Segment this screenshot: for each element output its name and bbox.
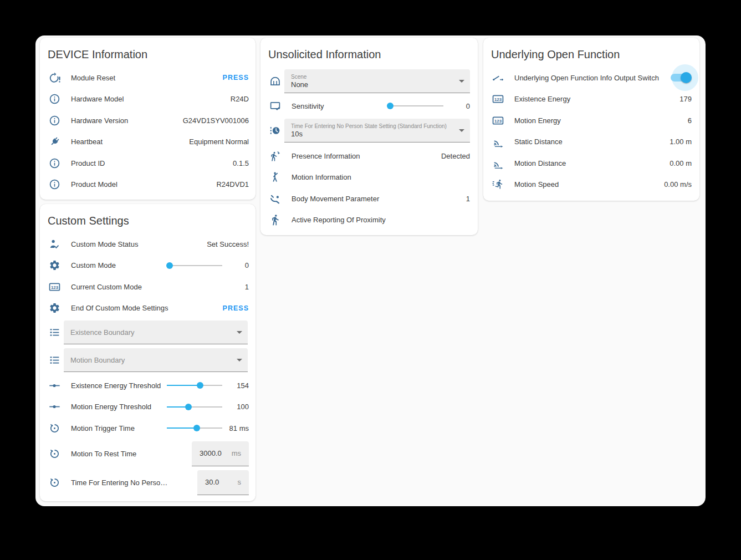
page-title: Unsolicited Information bbox=[260, 38, 478, 62]
row-value: 179 bbox=[679, 95, 692, 103]
existence-boundary-select[interactable]: Existence Boundary bbox=[64, 320, 248, 344]
row-label: Custom Mode bbox=[71, 261, 167, 269]
row-label: Motion Energy Threshold bbox=[71, 403, 167, 411]
slider-thumb[interactable] bbox=[185, 404, 192, 410]
page-title: Underlying Open Function bbox=[483, 38, 699, 62]
row-label: Product ID bbox=[71, 159, 233, 167]
row-value: 6 bbox=[688, 116, 692, 125]
row-value: R24D bbox=[231, 95, 249, 103]
row-label: Custom Mode Status bbox=[71, 240, 207, 248]
row-info-output-switch: Underlying Open Function Info Output Swi… bbox=[483, 67, 699, 89]
end-of-custom-mode-press-button[interactable]: PRESS bbox=[223, 304, 249, 312]
row-label: Static Distance bbox=[514, 138, 670, 146]
row-label: Hardware Version bbox=[71, 116, 183, 125]
chevron-down-icon bbox=[459, 80, 464, 83]
row-motion-trigger-time: Motion Trigger Time 81 ms bbox=[40, 418, 255, 439]
module-reset-press-button[interactable]: PRESS bbox=[223, 74, 249, 82]
plug-icon bbox=[49, 136, 60, 147]
page-title: Custom Settings bbox=[40, 204, 255, 228]
row-label: Motion Trigger Time bbox=[71, 424, 167, 432]
signal-distance-icon bbox=[492, 136, 504, 147]
info-output-switch-toggle[interactable] bbox=[670, 72, 692, 83]
input-value[interactable]: 3000.0 bbox=[200, 449, 222, 457]
row-label: Time For Entering No Perso… bbox=[71, 478, 197, 487]
select-label: Motion Boundary bbox=[70, 356, 232, 364]
slider-thumb[interactable] bbox=[197, 382, 203, 389]
slider-thumb[interactable] bbox=[193, 425, 200, 431]
row-presence-information: Presence Information Detected bbox=[260, 145, 478, 167]
clock-dashed-icon bbox=[269, 125, 281, 136]
underlying-open-function-card: Underlying Open Function Underlying Open… bbox=[483, 38, 699, 201]
motion-boundary-select[interactable]: Motion Boundary bbox=[64, 348, 248, 372]
scene-arch-icon bbox=[269, 75, 281, 87]
numbers-pin-icon bbox=[492, 115, 504, 126]
gear-icon bbox=[49, 302, 60, 314]
motion-to-rest-time-input[interactable]: 3000.0 ms bbox=[192, 441, 249, 466]
row-label: End Of Custom Mode Settings bbox=[71, 304, 223, 312]
chevron-down-icon bbox=[459, 129, 464, 132]
row-label: Current Custom Mode bbox=[71, 283, 245, 291]
row-motion-distance: Motion Distance 0.00 m bbox=[483, 152, 699, 174]
row-value: Equipment Normal bbox=[189, 138, 249, 146]
row-label: Module Reset bbox=[71, 74, 223, 82]
existence-energy-threshold-slider[interactable] bbox=[167, 380, 222, 391]
sensitivity-slider[interactable] bbox=[388, 100, 443, 111]
motion-energy-threshold-slider[interactable] bbox=[167, 401, 222, 413]
select-label: Existence Boundary bbox=[70, 328, 232, 337]
row-value: Set Success! bbox=[207, 240, 249, 248]
row-value: 0 bbox=[443, 102, 470, 110]
row-time-for-entering-no-person: Time For Entering No Perso… 30.0 s bbox=[40, 469, 255, 497]
input-unit: ms bbox=[232, 449, 241, 457]
row-existence-energy-threshold: Existence Energy Threshold 154 bbox=[40, 375, 255, 396]
row-motion-energy-threshold: Motion Energy Threshold 100 bbox=[40, 396, 255, 418]
page-title: DEVICE Information bbox=[40, 38, 255, 62]
row-end-of-custom-mode: End Of Custom Mode Settings PRESS bbox=[40, 298, 255, 319]
scene-select[interactable]: Scene None bbox=[284, 69, 470, 93]
board-check-icon bbox=[269, 100, 281, 112]
input-value[interactable]: 30.0 bbox=[205, 478, 219, 486]
info-icon bbox=[49, 93, 60, 105]
chevron-down-icon bbox=[237, 331, 242, 334]
row-label: Motion Information bbox=[292, 173, 470, 181]
row-value: 100 bbox=[222, 403, 249, 411]
row-static-distance: Static Distance 1.00 m bbox=[483, 131, 699, 153]
page-background: { "device_information": { "title": "DEVI… bbox=[0, 0, 741, 560]
presence-waves-icon bbox=[269, 150, 281, 162]
row-motion-energy: Motion Energy 6 bbox=[483, 110, 699, 131]
time-for-entering-no-person-input[interactable]: 30.0 s bbox=[197, 470, 249, 495]
input-unit: s bbox=[238, 478, 242, 486]
slider-fill bbox=[167, 385, 200, 386]
timer-icon bbox=[49, 477, 60, 488]
row-value: 1 bbox=[466, 195, 470, 203]
select-label: Scene bbox=[291, 73, 454, 80]
row-label: Motion Energy bbox=[514, 116, 688, 125]
row-label: Presence Information bbox=[292, 152, 441, 160]
timer-icon bbox=[49, 422, 60, 434]
signal-distance-icon bbox=[492, 157, 504, 169]
slider-thumb[interactable] bbox=[166, 262, 173, 269]
row-label: Motion To Rest Time bbox=[71, 450, 192, 458]
timer-icon bbox=[49, 448, 60, 460]
row-time-no-person-standard: Time For Entering No Person State Settin… bbox=[260, 119, 478, 142]
custom-mode-slider[interactable] bbox=[167, 260, 222, 271]
row-label: Existence Energy Threshold bbox=[71, 381, 167, 390]
info-icon bbox=[49, 179, 60, 190]
row-label: Body Movement Parameter bbox=[292, 195, 466, 203]
row-module-reset: Module Reset PRESS bbox=[40, 67, 255, 89]
row-label: Active Reporting Of Proximity bbox=[292, 216, 470, 224]
unsolicited-information-card: Unsolicited Information Scene None Sensi… bbox=[260, 38, 478, 235]
numbers-pin-icon bbox=[492, 93, 504, 105]
row-value: 154 bbox=[222, 381, 249, 390]
threshold-slider-icon bbox=[49, 401, 60, 413]
chevron-down-icon bbox=[237, 359, 242, 362]
row-label: Motion Distance bbox=[514, 159, 670, 167]
row-custom-mode-status: Custom Mode Status Set Success! bbox=[40, 233, 255, 255]
time-no-person-select[interactable]: Time For Entering No Person State Settin… bbox=[284, 119, 470, 142]
row-value: 0.1.5 bbox=[233, 159, 249, 167]
row-motion-information: Motion Information bbox=[260, 167, 478, 189]
row-value: G24VD1SYV001006 bbox=[183, 116, 249, 125]
row-value: 0.00 m/s bbox=[664, 180, 692, 189]
row-existence-boundary: Existence Boundary bbox=[40, 320, 255, 344]
slider-thumb[interactable] bbox=[387, 103, 394, 109]
motion-trigger-time-slider[interactable] bbox=[167, 422, 222, 434]
